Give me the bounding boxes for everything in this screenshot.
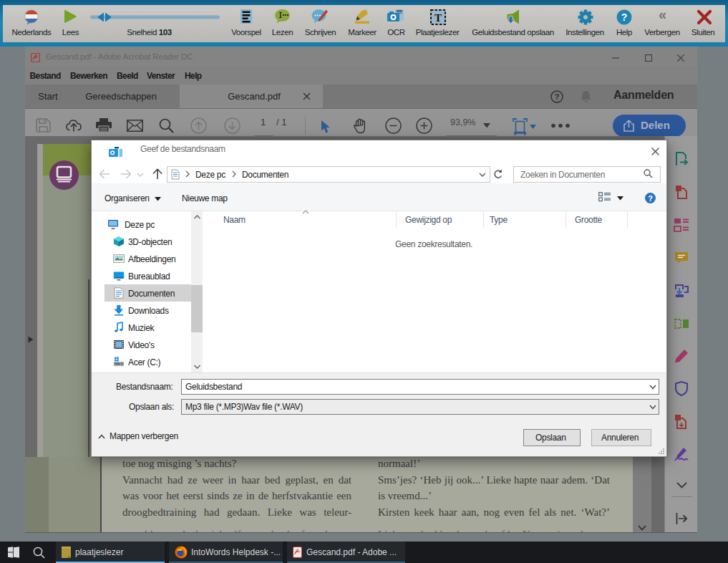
- svg-text:?: ?: [648, 194, 653, 203]
- svg-text:?: ?: [621, 11, 628, 23]
- svg-text:T: T: [435, 12, 442, 24]
- svg-text:?: ?: [555, 92, 560, 101]
